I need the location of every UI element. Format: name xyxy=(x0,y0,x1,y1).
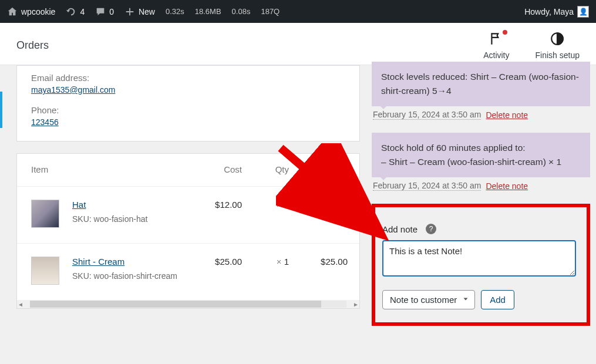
adminbar-comments[interactable]: 0 xyxy=(95,6,114,17)
chevron-down-icon xyxy=(462,295,470,305)
qty-value: 1 xyxy=(284,257,289,267)
finish-setup-toggle[interactable]: Finish setup xyxy=(536,31,580,60)
finish-setup-label: Finish setup xyxy=(536,50,580,60)
flag-icon xyxy=(489,31,504,48)
activity-panel-toggle[interactable]: Activity xyxy=(483,31,509,60)
order-note: Stock levels reduced: Shirt – Cream (woo… xyxy=(372,62,590,106)
adminbar-site-name: wpcookie xyxy=(21,7,55,16)
table-row: Shirt - Cream SKU: woo-fasion-shirt-crea… xyxy=(17,244,359,300)
product-sku: SKU: woo-fasion-hat xyxy=(72,213,147,225)
debug-memory: 18.6MB xyxy=(195,7,221,16)
plus-icon xyxy=(124,6,135,17)
add-note-textarea[interactable] xyxy=(382,240,576,277)
page-header: Orders Activity Finish setup xyxy=(0,23,596,65)
refresh-icon xyxy=(66,6,76,17)
table-row: Hat SKU: woo-fasion-hat $12.00 × 1 $12.0… xyxy=(17,187,359,244)
horizontal-scrollbar[interactable]: ◄ ► xyxy=(17,300,359,308)
admin-menu-accent xyxy=(0,92,2,128)
qty-prefix: × xyxy=(277,257,282,267)
qty-prefix: × xyxy=(277,200,282,210)
note-timestamp: February 15, 2024 at 3:50 am xyxy=(373,110,481,120)
billing-details-box: Email address: maya1535@gmail.com Phone:… xyxy=(16,65,360,141)
cell-qty: × 1 xyxy=(242,200,289,210)
cell-qty: × 1 xyxy=(242,257,289,267)
scroll-left-icon[interactable]: ◄ xyxy=(17,301,24,308)
adminbar-comments-count: 0 xyxy=(109,7,114,16)
delete-note-link[interactable]: Delete note xyxy=(486,110,528,120)
product-thumbnail[interactable] xyxy=(31,257,59,285)
adminbar-updates[interactable]: 4 xyxy=(66,6,85,17)
billing-phone-label: Phone: xyxy=(31,105,345,115)
wp-admin-bar: wpcookie 4 0 New 0.32s 18.6MB 0.08s 187Q… xyxy=(0,0,596,23)
product-name-link[interactable]: Shirt - Cream xyxy=(72,257,124,267)
billing-email-link[interactable]: maya1535@gmail.com xyxy=(31,85,115,95)
note-type-select[interactable]: Note to customer xyxy=(382,290,475,309)
page-title: Orders xyxy=(16,39,49,52)
home-icon xyxy=(7,6,18,17)
order-note-text: Stock hold of 60 minutes applied to: – S… xyxy=(381,143,561,167)
delete-note-link[interactable]: Delete note xyxy=(486,181,528,191)
add-note-panel: Add note ? Note to customer Add xyxy=(372,204,590,326)
adminbar-new[interactable]: New xyxy=(124,6,155,17)
contrast-circle-icon xyxy=(550,31,565,48)
product-sku: SKU: woo-fasion-shirt-cream xyxy=(72,270,177,282)
adminbar-new-label: New xyxy=(139,7,155,16)
help-icon[interactable]: ? xyxy=(426,224,436,234)
col-cost: Cost xyxy=(183,164,242,174)
col-total: Total xyxy=(289,164,348,174)
note-timestamp: February 15, 2024 at 3:50 am xyxy=(373,181,481,191)
note-type-selected: Note to customer xyxy=(390,295,457,305)
billing-phone-link[interactable]: 123456 xyxy=(31,117,59,127)
add-note-button[interactable]: Add xyxy=(481,290,514,309)
avatar: 👤 xyxy=(577,6,589,18)
product-name-link[interactable]: Hat xyxy=(72,200,86,210)
billing-email-label: Email address: xyxy=(31,73,345,83)
add-note-title: Add note xyxy=(382,224,417,234)
order-note-text: Stock levels reduced: Shirt – Cream (woo… xyxy=(381,72,579,96)
adminbar-howdy: Howdy, Maya xyxy=(524,7,574,16)
adminbar-account[interactable]: Howdy, Maya 👤 xyxy=(524,6,589,18)
cell-cost: $25.00 xyxy=(183,257,242,267)
col-item: Item xyxy=(31,164,183,174)
product-thumbnail[interactable] xyxy=(31,200,59,228)
cell-total: $25.00 xyxy=(289,257,348,267)
qty-value: 1 xyxy=(284,200,289,210)
debug-time-2: 0.08s xyxy=(232,7,251,16)
cell-total: $12.00 xyxy=(289,200,348,210)
activity-label: Activity xyxy=(483,50,509,60)
col-qty: Qty xyxy=(242,164,289,174)
debug-time-1: 0.32s xyxy=(166,7,184,16)
adminbar-site-link[interactable]: wpcookie xyxy=(7,6,55,17)
items-header-row: Item Cost Qty Total xyxy=(17,154,359,187)
order-note: Stock hold of 60 minutes applied to: – S… xyxy=(372,133,590,177)
debug-queries: 187Q xyxy=(261,7,280,16)
scroll-right-icon[interactable]: ► xyxy=(352,301,359,308)
notification-dot-icon xyxy=(503,30,507,35)
comment-icon xyxy=(95,6,106,17)
order-items-box: Item Cost Qty Total Hat SKU: woo-fasion-… xyxy=(16,153,360,309)
cell-cost: $12.00 xyxy=(183,200,242,210)
adminbar-updates-count: 4 xyxy=(80,7,85,16)
